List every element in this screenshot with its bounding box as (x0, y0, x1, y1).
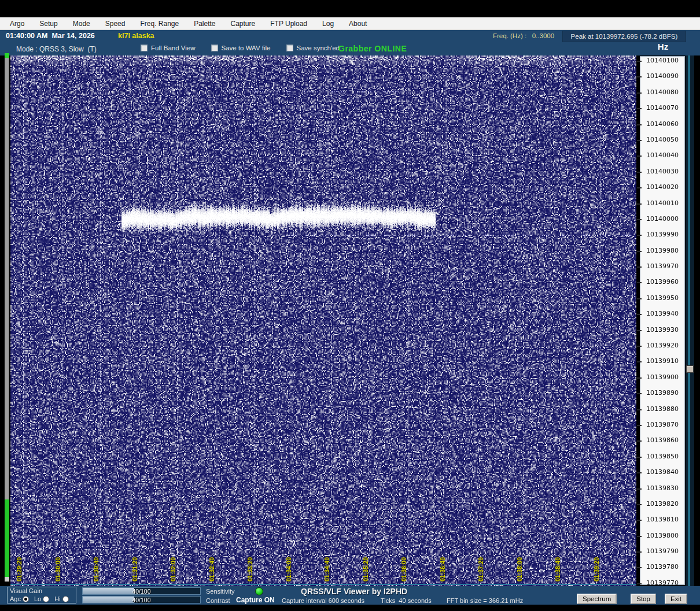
checkbox-box-icon[interactable] (211, 45, 218, 51)
freq-tick-label: 10139980 (646, 247, 679, 254)
checkbox-save-to-wav-file[interactable]: Save to WAV file (211, 45, 271, 51)
freq-tick-mark (637, 61, 642, 62)
freq-tick-label: 10139780 (646, 563, 679, 571)
freq-tick-mark (637, 108, 642, 109)
freq-tick-label: 10139880 (646, 405, 679, 413)
freq-tick-label: 10139960 (646, 278, 679, 286)
menu-item-setup[interactable]: Setup (39, 20, 57, 28)
freq-tick-label: 10140010 (646, 199, 679, 207)
freq-tick-label: 10140090 (646, 72, 679, 80)
freq-tick-label: 10139810 (646, 516, 679, 523)
freq-tick-mark (637, 187, 642, 188)
menu-item-argo[interactable]: Argo (10, 20, 24, 28)
freq-tick-label: 10139940 (646, 310, 679, 317)
freq-range-label: Freq. (Hz) : 0..3000 (493, 32, 554, 39)
menu-item-capture[interactable]: Capture (231, 20, 256, 28)
freq-tick-label: 10139830 (646, 484, 679, 492)
spectrum-button[interactable]: Spectrum (577, 594, 617, 604)
freq-tick-mark (637, 282, 642, 283)
sensitivity-label: Sensitivity (206, 588, 235, 595)
contrast-slider[interactable]: 40/100 (82, 596, 201, 603)
freq-tick-label: 10139840 (646, 468, 679, 476)
checkbox-label: Save synch'ed (297, 45, 340, 51)
frequency-scale: 1014010010140090101400801014007010140060… (640, 56, 685, 585)
radio-hi[interactable]: Hi (54, 595, 68, 602)
radio-agc[interactable]: Agc (10, 595, 29, 602)
radio-label: Hi (54, 595, 60, 602)
freq-tick-label: 10139870 (646, 421, 679, 428)
freq-tick-mark (637, 172, 642, 173)
freq-tick-mark (637, 235, 642, 236)
fft-bin-size-label: FFT bin size = 366.21 mHz (447, 597, 523, 604)
radio-lo[interactable]: Lo (34, 595, 49, 602)
mode-label: Mode : QRSS 3, Slow (T) (16, 45, 97, 53)
menu-item-speed[interactable]: Speed (105, 20, 126, 28)
bottom-buttons: SpectrumStopExit (577, 594, 687, 604)
menu-item-ftp-upload[interactable]: FTP Upload (270, 20, 307, 28)
freq-tick-label: 10139800 (646, 532, 679, 539)
contrast-label: Contrast (206, 597, 230, 604)
mode-bar: Mode : QRSS 3, Slow (T) Full Band ViewSa… (0, 43, 700, 55)
menu-item-log[interactable]: Log (322, 20, 334, 28)
menu-item-freq-range[interactable]: Freq. Range (140, 20, 179, 28)
stop-button[interactable]: Stop (631, 594, 656, 604)
freq-tick-label: 10139930 (646, 326, 679, 334)
radio-button-icon[interactable] (43, 596, 49, 602)
freq-tick-label: 10140000 (646, 215, 679, 223)
checkbox-box-icon[interactable] (141, 45, 148, 51)
visual-gain-group: Visual Gain AgcLoHi (7, 587, 76, 603)
peak-readout: Peak at 10139972.695 (-78.2 dBFS) (571, 33, 678, 40)
freq-scale-unit: Hz (641, 42, 685, 51)
waterfall-bottom-line (10, 584, 636, 585)
radio-label: Lo (34, 595, 41, 602)
sensitivity-value: 40/100 (83, 588, 200, 594)
checkbox-label: Full Band View (151, 45, 196, 51)
sensitivity-slider[interactable]: 40/100 (82, 587, 201, 595)
status-callsign: kl7l alaska (118, 32, 154, 40)
menu-item-about[interactable]: About (349, 20, 367, 28)
contrast-value: 40/100 (83, 597, 200, 603)
freq-tick-label: 10140070 (646, 104, 679, 112)
radio-button-icon[interactable] (62, 596, 69, 602)
freq-tick-label: 10140080 (646, 88, 679, 96)
capture-status: Capture ON (236, 596, 275, 604)
freq-offset-slider-thumb[interactable] (686, 365, 694, 373)
freq-tick-mark (637, 346, 642, 347)
freq-tick-mark (637, 140, 642, 141)
checkbox-box-icon[interactable] (286, 45, 293, 51)
peak-readout-panel: Peak at 10139972.695 (-78.2 dBFS) (562, 31, 686, 42)
freq-tick-mark (637, 298, 642, 299)
freq-tick-mark (637, 488, 642, 490)
input-level-bar (5, 499, 9, 577)
freq-tick-label: 10139910 (646, 357, 679, 365)
freq-tick-mark (637, 472, 642, 473)
menu-item-mode[interactable]: Mode (73, 20, 90, 28)
bottom-control-bar: Visual Gain AgcLoHi 40/100 40/100 Sensit… (0, 586, 700, 605)
freq-tick-mark (637, 551, 642, 553)
checkbox-save-synch-ed[interactable]: Save synch'ed (286, 45, 340, 51)
checkbox-full-band-view[interactable]: Full Band View (141, 45, 196, 51)
freq-tick-label: 10139860 (646, 436, 679, 444)
exit-button[interactable]: Exit (665, 594, 687, 604)
freq-tick-mark (637, 457, 642, 458)
freq-tick-mark (637, 425, 642, 426)
freq-offset-track[interactable] (686, 55, 694, 586)
freq-tick-mark (637, 377, 642, 379)
visual-gain-options: AgcLoHi (10, 595, 73, 602)
waterfall-spectrogram[interactable] (10, 55, 636, 586)
freq-tick-label: 10139920 (646, 342, 679, 349)
freq-tick-mark (637, 361, 642, 362)
freq-tick-mark (637, 583, 642, 584)
freq-tick-mark (637, 266, 642, 268)
freq-tick-label: 10140060 (646, 120, 679, 128)
freq-tick-mark (637, 92, 642, 94)
radio-button-icon[interactable] (23, 596, 29, 602)
menu-item-palette[interactable]: Palette (194, 20, 215, 28)
freq-tick-mark (637, 536, 642, 537)
freq-tick-label: 10139950 (646, 294, 679, 302)
waterfall-area[interactable] (10, 55, 636, 586)
modebar-checkboxes: Full Band ViewSave to WAV fileSave synch… (141, 45, 340, 51)
menu-bar: ArgoSetupModeSpeedFreq. RangePaletteCapt… (0, 17, 700, 30)
visual-gain-label: Visual Gain (10, 587, 73, 595)
freq-tick-label: 10140020 (646, 183, 679, 191)
